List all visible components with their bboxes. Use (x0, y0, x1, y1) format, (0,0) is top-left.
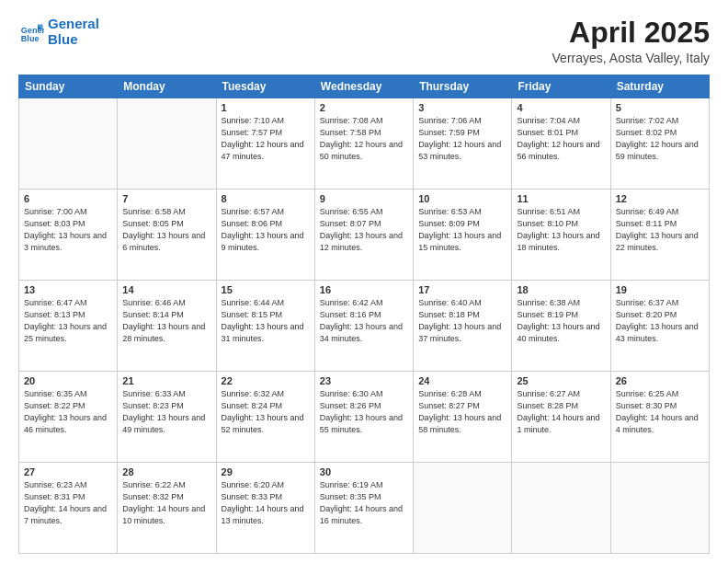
day-info: Sunrise: 6:47 AMSunset: 8:13 PMDaylight:… (24, 297, 112, 345)
title-block: April 2025 Verrayes, Aosta Valley, Italy (552, 17, 710, 65)
calendar-cell: 11Sunrise: 6:51 AMSunset: 8:10 PMDayligh… (512, 190, 610, 281)
day-info: Sunrise: 6:35 AMSunset: 8:22 PMDaylight:… (24, 388, 112, 436)
calendar-cell: 24Sunrise: 6:28 AMSunset: 8:27 PMDayligh… (414, 372, 512, 463)
day-number: 28 (122, 466, 210, 477)
logo-line1: General (48, 17, 99, 32)
day-info: Sunrise: 6:27 AMSunset: 8:28 PMDaylight:… (517, 388, 605, 436)
calendar-week-5: 27Sunrise: 6:23 AMSunset: 8:31 PMDayligh… (19, 463, 710, 554)
day-info: Sunrise: 6:23 AMSunset: 8:31 PMDaylight:… (24, 479, 112, 527)
day-number: 6 (24, 193, 112, 204)
day-info: Sunrise: 6:46 AMSunset: 8:14 PMDaylight:… (122, 297, 210, 345)
calendar-header-tuesday: Tuesday (216, 75, 314, 98)
calendar-week-4: 20Sunrise: 6:35 AMSunset: 8:22 PMDayligh… (19, 372, 710, 463)
calendar-cell: 27Sunrise: 6:23 AMSunset: 8:31 PMDayligh… (19, 463, 118, 554)
day-info: Sunrise: 6:38 AMSunset: 8:19 PMDaylight:… (517, 297, 605, 345)
day-info: Sunrise: 7:00 AMSunset: 8:03 PMDaylight:… (24, 206, 112, 254)
calendar-header-thursday: Thursday (414, 75, 512, 98)
day-info: Sunrise: 6:58 AMSunset: 8:05 PMDaylight:… (122, 206, 210, 254)
day-info: Sunrise: 6:25 AMSunset: 8:30 PMDaylight:… (616, 388, 704, 436)
day-info: Sunrise: 7:08 AMSunset: 7:58 PMDaylight:… (320, 115, 408, 163)
calendar-cell (414, 463, 512, 554)
day-info: Sunrise: 6:55 AMSunset: 8:07 PMDaylight:… (320, 206, 408, 254)
day-info: Sunrise: 6:20 AMSunset: 8:33 PMDaylight:… (222, 479, 310, 527)
calendar-cell (118, 98, 216, 190)
calendar-cell: 16Sunrise: 6:42 AMSunset: 8:16 PMDayligh… (314, 281, 413, 372)
day-number: 25 (517, 375, 605, 386)
calendar-cell: 9Sunrise: 6:55 AMSunset: 8:07 PMDaylight… (314, 190, 413, 281)
calendar-cell: 17Sunrise: 6:40 AMSunset: 8:18 PMDayligh… (414, 281, 512, 372)
calendar-cell: 22Sunrise: 6:32 AMSunset: 8:24 PMDayligh… (216, 372, 314, 463)
day-number: 14 (122, 284, 210, 295)
day-info: Sunrise: 7:04 AMSunset: 8:01 PMDaylight:… (517, 115, 605, 163)
calendar-cell: 23Sunrise: 6:30 AMSunset: 8:26 PMDayligh… (314, 372, 413, 463)
day-number: 2 (320, 102, 408, 113)
day-number: 23 (320, 375, 408, 386)
day-info: Sunrise: 6:51 AMSunset: 8:10 PMDaylight:… (517, 206, 605, 254)
day-number: 27 (24, 466, 112, 477)
calendar-header-sunday: Sunday (19, 75, 118, 98)
calendar-cell: 19Sunrise: 6:37 AMSunset: 8:20 PMDayligh… (610, 281, 709, 372)
day-number: 1 (222, 102, 310, 113)
calendar-cell (610, 463, 709, 554)
calendar-week-2: 6Sunrise: 7:00 AMSunset: 8:03 PMDaylight… (19, 190, 710, 281)
day-number: 5 (616, 102, 704, 113)
calendar-cell: 20Sunrise: 6:35 AMSunset: 8:22 PMDayligh… (19, 372, 118, 463)
day-number: 29 (222, 466, 310, 477)
day-info: Sunrise: 6:42 AMSunset: 8:16 PMDaylight:… (320, 297, 408, 345)
calendar-header-wednesday: Wednesday (314, 75, 413, 98)
day-info: Sunrise: 7:02 AMSunset: 8:02 PMDaylight:… (616, 115, 704, 163)
day-info: Sunrise: 7:06 AMSunset: 7:59 PMDaylight:… (418, 115, 506, 163)
calendar-cell: 28Sunrise: 6:22 AMSunset: 8:32 PMDayligh… (118, 463, 216, 554)
logo-icon: General Blue (18, 19, 44, 45)
calendar-cell: 10Sunrise: 6:53 AMSunset: 8:09 PMDayligh… (414, 190, 512, 281)
calendar-cell: 26Sunrise: 6:25 AMSunset: 8:30 PMDayligh… (610, 372, 709, 463)
day-number: 9 (320, 193, 408, 204)
calendar: SundayMondayTuesdayWednesdayThursdayFrid… (18, 75, 710, 554)
day-info: Sunrise: 6:28 AMSunset: 8:27 PMDaylight:… (418, 388, 506, 436)
logo: General Blue General Blue (18, 17, 99, 47)
calendar-cell: 6Sunrise: 7:00 AMSunset: 8:03 PMDaylight… (19, 190, 118, 281)
day-number: 4 (517, 102, 605, 113)
calendar-cell: 12Sunrise: 6:49 AMSunset: 8:11 PMDayligh… (610, 190, 709, 281)
day-number: 3 (418, 102, 506, 113)
day-info: Sunrise: 6:44 AMSunset: 8:15 PMDaylight:… (222, 297, 310, 345)
day-number: 7 (122, 193, 210, 204)
calendar-header-monday: Monday (118, 75, 216, 98)
subtitle: Verrayes, Aosta Valley, Italy (552, 51, 710, 65)
calendar-cell: 7Sunrise: 6:58 AMSunset: 8:05 PMDaylight… (118, 190, 216, 281)
day-number: 22 (222, 375, 310, 386)
day-info: Sunrise: 6:32 AMSunset: 8:24 PMDaylight:… (222, 388, 310, 436)
calendar-cell (512, 463, 610, 554)
day-number: 8 (222, 193, 310, 204)
calendar-cell: 18Sunrise: 6:38 AMSunset: 8:19 PMDayligh… (512, 281, 610, 372)
day-number: 19 (616, 284, 704, 295)
calendar-cell: 8Sunrise: 6:57 AMSunset: 8:06 PMDaylight… (216, 190, 314, 281)
day-number: 24 (418, 375, 506, 386)
calendar-cell (19, 98, 118, 190)
calendar-cell: 5Sunrise: 7:02 AMSunset: 8:02 PMDaylight… (610, 98, 709, 190)
day-info: Sunrise: 6:22 AMSunset: 8:32 PMDaylight:… (122, 479, 210, 527)
calendar-header-row: SundayMondayTuesdayWednesdayThursdayFrid… (19, 75, 710, 98)
calendar-cell: 4Sunrise: 7:04 AMSunset: 8:01 PMDaylight… (512, 98, 610, 190)
calendar-cell: 21Sunrise: 6:33 AMSunset: 8:23 PMDayligh… (118, 372, 216, 463)
calendar-cell: 14Sunrise: 6:46 AMSunset: 8:14 PMDayligh… (118, 281, 216, 372)
day-number: 20 (24, 375, 112, 386)
header: General Blue General Blue April 2025 Ver… (18, 17, 710, 65)
day-info: Sunrise: 6:49 AMSunset: 8:11 PMDaylight:… (616, 206, 704, 254)
day-info: Sunrise: 6:53 AMSunset: 8:09 PMDaylight:… (418, 206, 506, 254)
day-number: 26 (616, 375, 704, 386)
day-info: Sunrise: 6:19 AMSunset: 8:35 PMDaylight:… (320, 479, 408, 527)
day-number: 12 (616, 193, 704, 204)
calendar-cell: 3Sunrise: 7:06 AMSunset: 7:59 PMDaylight… (414, 98, 512, 190)
logo-line2: Blue (48, 32, 99, 48)
calendar-cell: 25Sunrise: 6:27 AMSunset: 8:28 PMDayligh… (512, 372, 610, 463)
svg-text:Blue: Blue (21, 33, 40, 42)
day-info: Sunrise: 6:40 AMSunset: 8:18 PMDaylight:… (418, 297, 506, 345)
day-number: 21 (122, 375, 210, 386)
day-info: Sunrise: 6:30 AMSunset: 8:26 PMDaylight:… (320, 388, 408, 436)
day-number: 17 (418, 284, 506, 295)
calendar-cell: 30Sunrise: 6:19 AMSunset: 8:35 PMDayligh… (314, 463, 413, 554)
day-number: 10 (418, 193, 506, 204)
page: General Blue General Blue April 2025 Ver… (0, 0, 728, 563)
day-info: Sunrise: 6:57 AMSunset: 8:06 PMDaylight:… (222, 206, 310, 254)
